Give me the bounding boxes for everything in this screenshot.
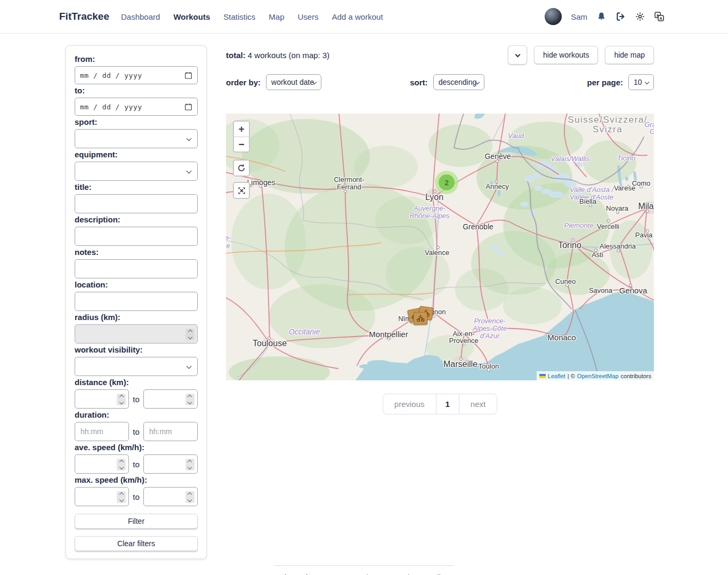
footer-version: v1.0.2: [321, 573, 343, 575]
city-dot: [627, 185, 630, 188]
to-date-input[interactable]: mm / dd / yyyy: [75, 98, 198, 116]
ave-speed-from-input[interactable]: [75, 454, 129, 474]
zoom-out-button[interactable]: −: [234, 137, 249, 151]
range-separator: to: [133, 395, 140, 404]
number-spinner: [185, 329, 195, 340]
duration-to-input[interactable]: hh:mm: [143, 422, 198, 441]
nav-item-statistics[interactable]: Statistics: [223, 12, 255, 21]
title-input[interactable]: [75, 194, 198, 213]
leaflet-link[interactable]: Leaflet: [548, 373, 565, 379]
fit-bounds-icon[interactable]: [234, 183, 249, 198]
about-link[interactable]: about: [362, 573, 382, 575]
city-dot: [495, 180, 498, 183]
max-speed-to-input[interactable]: [143, 487, 198, 506]
chevron-down-icon: [187, 136, 192, 141]
max-speed-label: max. speed (km/h):: [75, 475, 198, 484]
city-dot: [646, 229, 649, 233]
nav-item-map[interactable]: Map: [269, 12, 284, 21]
per-page-select[interactable]: 10: [628, 74, 654, 90]
pagination-previous[interactable]: previous: [383, 394, 436, 414]
clear-filters-button[interactable]: Clear filters: [75, 536, 198, 551]
map-label-city: Annecy: [486, 182, 508, 190]
city-dot: [459, 357, 463, 361]
duration-from-input[interactable]: hh:mm: [75, 422, 129, 441]
notifications-bell-icon[interactable]: [596, 12, 606, 22]
workouts-map[interactable]: Suisse/Svizzera/SvizraVaudValais/WallisT…: [226, 114, 654, 380]
number-spinner[interactable]: [185, 394, 195, 405]
language-icon[interactable]: aA: [654, 11, 665, 22]
ave-speed-to-input[interactable]: [143, 454, 198, 474]
chevron-down-icon: [187, 169, 192, 174]
notes-input[interactable]: [75, 259, 198, 278]
from-date-input[interactable]: mm / dd / yyyy: [75, 66, 198, 84]
from-label: from:: [75, 54, 198, 63]
description-label: description:: [75, 215, 198, 224]
duration-label: duration:: [75, 410, 198, 419]
map-label-region: Occitanie: [289, 328, 320, 336]
nav-item-add-workout[interactable]: Add a workout: [332, 12, 383, 21]
city-dot: [496, 159, 499, 163]
map-label-region: Valle d'Aosta /: [570, 186, 613, 194]
pagination-page-1[interactable]: 1: [436, 394, 459, 414]
username[interactable]: Sam: [571, 12, 587, 21]
workout-markers[interactable]: [407, 306, 435, 327]
number-spinner[interactable]: [185, 491, 195, 503]
collapse-filters-button[interactable]: [508, 45, 527, 65]
max-speed-from-input[interactable]: [75, 487, 129, 506]
location-input[interactable]: [75, 292, 198, 311]
equipment-select[interactable]: [75, 162, 198, 181]
attribution-separator: | ©: [568, 373, 575, 379]
nav-item-users[interactable]: Users: [298, 12, 319, 21]
workout-marker-cycling-icon[interactable]: [414, 312, 428, 325]
map-label-city: Valence: [425, 249, 449, 257]
map-label-city: Pavia: [635, 231, 653, 239]
map-label-city: Monaco: [547, 333, 576, 342]
distance-to-input[interactable]: [143, 389, 198, 409]
sport-select[interactable]: [75, 129, 198, 148]
number-spinner[interactable]: [117, 394, 126, 405]
order-by-select[interactable]: workout date: [266, 74, 321, 90]
map-label-region: Provence-: [474, 317, 505, 325]
description-input[interactable]: [75, 227, 198, 246]
nav-item-dashboard[interactable]: Dashboard: [121, 12, 160, 21]
footer-app-name: FitTrackee: [279, 573, 319, 575]
city-dot: [594, 249, 597, 252]
number-spinner[interactable]: [117, 459, 126, 470]
visibility-select[interactable]: [75, 357, 198, 376]
map-label-city: Clermont-: [334, 175, 364, 183]
openstreetmap-link[interactable]: OpenStreetMap: [577, 373, 619, 379]
zoom-in-button[interactable]: +: [234, 122, 249, 137]
hide-map-button[interactable]: hide map: [605, 46, 654, 64]
range-separator: to: [133, 460, 140, 469]
distance-from-input[interactable]: [75, 389, 129, 409]
pagination: previous 1 next: [383, 394, 497, 414]
refresh-map-icon[interactable]: [234, 161, 249, 175]
top-nav: FitTrackee Dashboard Workouts Statistics…: [0, 0, 728, 34]
notes-label: notes:: [75, 247, 198, 257]
number-spinner[interactable]: [185, 459, 195, 470]
radius-input: [75, 324, 198, 344]
calendar-icon[interactable]: [184, 103, 192, 111]
number-spinner[interactable]: [117, 491, 126, 503]
nav-item-workouts[interactable]: Workouts: [173, 12, 210, 21]
map-label-city: Varese: [614, 184, 635, 192]
pagination-next[interactable]: next: [459, 394, 497, 414]
map-label-region: Piemonte: [564, 221, 594, 229]
city-dot: [259, 185, 262, 188]
hide-workouts-button[interactable]: hide workouts: [534, 46, 598, 64]
city-dot: [487, 369, 490, 372]
to-label: to:: [75, 86, 198, 95]
sport-label: sport:: [75, 117, 198, 126]
sort-select[interactable]: descending: [433, 74, 484, 90]
filter-button[interactable]: Filter: [75, 514, 198, 529]
app-logo[interactable]: FitTrackee: [59, 11, 109, 22]
privacy-policy-link[interactable]: privacy policy: [401, 573, 449, 575]
title-label: title:: [75, 182, 198, 191]
range-separator: to: [133, 492, 140, 501]
theme-sun-icon[interactable]: [635, 12, 645, 21]
workout-cluster-marker[interactable]: 2: [435, 171, 458, 194]
logout-icon[interactable]: [616, 11, 626, 22]
avatar[interactable]: [545, 8, 562, 25]
map-label-region: Ticino: [617, 154, 636, 162]
calendar-icon[interactable]: [184, 71, 192, 79]
